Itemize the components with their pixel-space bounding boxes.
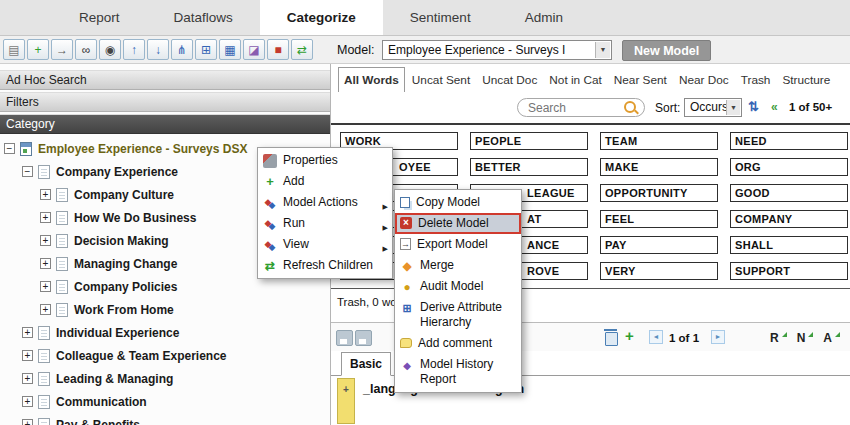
eye-icon[interactable]: ◉ (99, 39, 121, 60)
expand-icon[interactable]: + (22, 327, 33, 338)
save-all-icon[interactable] (355, 330, 372, 346)
n-sort-button[interactable]: N (797, 331, 814, 345)
trash-icon[interactable] (605, 332, 618, 346)
add-icon[interactable]: + (625, 327, 634, 344)
menu-item-run[interactable]: Run▶ (258, 213, 392, 234)
next-record-icon[interactable]: ► (711, 330, 725, 344)
tab-near-sent[interactable]: Near Sent (609, 68, 672, 92)
words-tab-bar: All WordsUncat SentUncat DocNot in CatNe… (331, 64, 850, 92)
tab-near-doc[interactable]: Near Doc (674, 68, 734, 92)
tab-uncat-sent[interactable]: Uncat Sent (407, 68, 475, 92)
category-icon (56, 234, 68, 248)
menu-item-refresh-children[interactable]: Refresh Children (258, 255, 392, 276)
tab-basic[interactable]: Basic (341, 352, 391, 376)
move-up-icon[interactable]: ↑ (123, 39, 145, 60)
tree-item-communication[interactable]: +Communication (0, 390, 330, 413)
menu-item-label: Run (283, 216, 386, 231)
expand-icon[interactable]: + (40, 258, 51, 269)
tab-categorize[interactable]: Categorize (260, 0, 383, 35)
word-chip[interactable]: NEED (730, 132, 848, 150)
word-chip[interactable]: VERY (600, 262, 718, 280)
refresh-icon[interactable]: ⇄ (291, 39, 313, 60)
expand-icon[interactable]: + (40, 304, 51, 315)
menu-item-model-actions[interactable]: Model Actions▶ (258, 192, 392, 213)
hierarchy-icon[interactable]: ⋔ (171, 39, 193, 60)
word-chip[interactable]: OPPORTUNITY (600, 184, 718, 202)
add-icon[interactable]: + (27, 39, 49, 60)
sort-direction-icon[interactable]: ⇅ (748, 99, 759, 114)
table-icon[interactable]: ▦ (219, 39, 241, 60)
tab-uncat-doc[interactable]: Uncat Doc (477, 68, 542, 92)
row-header-cell[interactable]: + (337, 378, 355, 424)
word-chip[interactable]: PEOPLE (470, 132, 588, 150)
menu-item-audit-model[interactable]: Audit Model (395, 276, 521, 297)
tab-not-in-cat[interactable]: Not in Cat (544, 68, 606, 92)
menu-item-add-comment[interactable]: Add comment (395, 333, 521, 354)
menu-item-copy-model[interactable]: Copy Model (395, 192, 521, 213)
previous-page-icon[interactable]: « (771, 100, 778, 114)
word-chip[interactable]: PAY (600, 236, 718, 254)
save-icon[interactable] (336, 330, 353, 346)
record-pager: 1 of 1 (669, 332, 699, 344)
expand-icon[interactable]: + (22, 419, 33, 425)
a-sort-button[interactable]: A (823, 331, 840, 345)
menu-item-export-model[interactable]: Export Model (395, 234, 521, 255)
chevron-down-icon: ▼ (726, 100, 740, 115)
tree-item-pay-benefits[interactable]: +Pay & Benefits (0, 413, 330, 425)
word-chip[interactable]: BETTER (470, 158, 588, 176)
expand-icon[interactable]: + (22, 396, 33, 407)
merge-icon (400, 259, 414, 273)
tree-item-colleague-team-experience[interactable]: +Colleague & Team Experience (0, 344, 330, 367)
collapse-icon[interactable]: − (22, 166, 33, 177)
move-down-icon[interactable]: ↓ (147, 39, 169, 60)
tab-trash[interactable]: Trash (736, 68, 776, 92)
word-chip[interactable]: COMPANY (730, 210, 848, 228)
menu-item-view[interactable]: View▶ (258, 234, 392, 255)
export-icon[interactable]: → (51, 39, 73, 60)
expand-icon[interactable]: + (22, 350, 33, 361)
tab-admin[interactable]: Admin (498, 0, 590, 35)
tab-sentiment[interactable]: Sentiment (383, 0, 498, 35)
word-chip[interactable]: ORG (730, 158, 848, 176)
grid-icon[interactable]: ⊞ (195, 39, 217, 60)
tab-report[interactable]: Report (52, 0, 147, 35)
cube-icon[interactable]: ◪ (243, 39, 265, 60)
word-chip[interactable]: SHALL (730, 236, 848, 254)
word-chip[interactable]: TEAM (600, 132, 718, 150)
menu-item-derive-attribute-hierarchy[interactable]: Derive Attribute Hierarchy (395, 297, 521, 333)
expand-icon[interactable]: + (40, 212, 51, 223)
new-model-button[interactable]: New Model (622, 40, 711, 61)
tab-all-words[interactable]: All Words (338, 67, 405, 92)
menu-item-label: Add (283, 174, 386, 189)
expand-icon[interactable]: + (40, 235, 51, 246)
expand-icon[interactable]: + (40, 281, 51, 292)
word-chip[interactable]: MAKE (600, 158, 718, 176)
tree-item-individual-experience[interactable]: +Individual Experience (0, 321, 330, 344)
word-chip[interactable]: FEEL (600, 210, 718, 228)
menu-item-delete-model[interactable]: Delete Model (395, 213, 521, 234)
menu-item-add[interactable]: Add (258, 171, 392, 192)
section-category[interactable]: Category (0, 114, 330, 134)
search-icon[interactable]: ∞ (75, 39, 97, 60)
section-ad-hoc-search[interactable]: Ad Hoc Search (0, 70, 330, 90)
menu-item-merge[interactable]: Merge (395, 255, 521, 276)
pdf-icon[interactable]: ■ (267, 39, 289, 60)
previous-record-icon[interactable]: ◄ (649, 330, 663, 344)
tab-structure[interactable]: Structure (777, 68, 835, 92)
section-filters[interactable]: Filters (0, 92, 330, 112)
expand-icon[interactable]: + (40, 189, 51, 200)
tab-dataflows[interactable]: Dataflows (147, 0, 260, 35)
word-chip[interactable]: GOOD (730, 184, 848, 202)
model-select[interactable]: Employee Experience - Surveys I ▼ (382, 40, 612, 60)
word-chip[interactable]: SUPPORT (730, 262, 848, 280)
expand-icon[interactable]: + (22, 373, 33, 384)
document-icon[interactable]: ▤ (3, 39, 25, 60)
tree-item-work-from-home[interactable]: +Work From Home (0, 298, 330, 321)
properties-icon (263, 154, 277, 168)
menu-item-model-history-report[interactable]: Model History Report (395, 354, 521, 390)
r-sort-button[interactable]: R (770, 331, 787, 345)
sort-select[interactable]: Occurs ▼ (684, 98, 742, 117)
collapse-icon[interactable]: − (4, 143, 15, 154)
tree-item-leading-managing[interactable]: +Leading & Managing (0, 367, 330, 390)
menu-item-properties[interactable]: Properties (258, 150, 392, 171)
